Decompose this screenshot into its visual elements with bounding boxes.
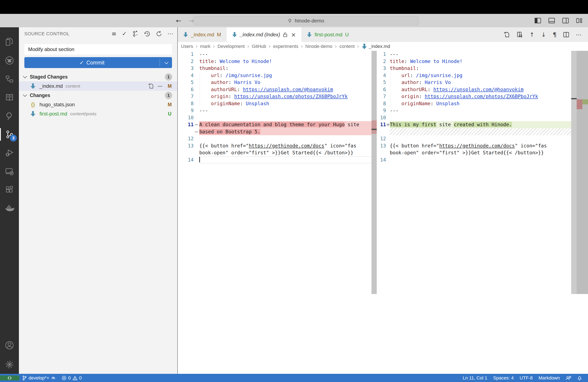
language-mode-item[interactable]: Markdown (536, 375, 563, 381)
sidebar-item-docker[interactable] (0, 199, 19, 218)
changes-group-header[interactable]: Changes1 (19, 91, 177, 100)
right-scrollbar[interactable] (571, 51, 577, 294)
sidebar-item-explorer[interactable] (0, 33, 19, 51)
code-line[interactable]: 4 url: /img/sunrise.jpg (377, 72, 588, 79)
sidebar-item-run-debug[interactable] (0, 144, 19, 162)
line-gutter: 13 (178, 142, 199, 149)
remote-indicator[interactable] (0, 376, 19, 381)
history-icon[interactable] (144, 31, 150, 37)
code-line[interactable]: book-open" order="first" >}}Get Started{… (377, 149, 588, 156)
toggle-sidebar-icon[interactable] (535, 18, 541, 23)
open-file-icon[interactable] (503, 31, 510, 38)
sidebar-item-source-control[interactable]: 3 (0, 125, 19, 144)
code-line[interactable] (377, 128, 588, 135)
code-line[interactable]: 7 origin: https://unsplash.com/photos/ZX… (178, 93, 377, 100)
sidebar-item-project-hierarchy[interactable] (0, 70, 19, 88)
settings-button[interactable] (0, 355, 19, 374)
code-line[interactable]: 11−A clean documentation and blog theme … (178, 121, 377, 128)
graph-icon[interactable] (132, 31, 139, 37)
diff-original-pane[interactable]: 1---2title: Welcome to Hinode!3thumbnail… (178, 51, 377, 374)
view-options-icon[interactable]: ≡ (111, 31, 116, 37)
changes-group-header[interactable]: Staged Changes1 (19, 72, 177, 82)
code-line[interactable]: 11+This is my first site created with Hi… (377, 121, 588, 128)
code-line[interactable]: 9--- (178, 107, 377, 114)
commit-action-icon[interactable]: ✓ (122, 31, 127, 37)
code-line[interactable]: 2title: Welcome to Hinode! (178, 58, 377, 65)
code-line[interactable]: 7 origin: https://unsplash.com/photos/ZX… (377, 93, 588, 100)
scm-file-row[interactable]: _index.mdcontent—M (19, 82, 177, 91)
code-line[interactable]: 3thumbnail: (377, 65, 588, 72)
breadcrumb-item[interactable]: experiments (273, 44, 298, 49)
whitespace-icon[interactable]: ¶ (553, 31, 556, 38)
command-center-search[interactable]: hinode-demo (193, 16, 419, 25)
breadcrumb-item[interactable]: mark (200, 44, 210, 49)
code-line[interactable]: 4 url: /img/sunrise.jpg (178, 72, 377, 79)
code-line[interactable]: 5 author: Harris Vo (377, 79, 588, 86)
account-button[interactable] (0, 337, 19, 355)
code-line[interactable]: 6 authorURL: https://unsplash.com/@hoanv… (377, 86, 588, 93)
code-line[interactable]: 8 originName: Unsplash (178, 100, 377, 107)
problems-status-item[interactable]: 0 0 (59, 375, 85, 381)
toggle-secondary-sidebar-icon[interactable] (562, 18, 569, 23)
breadcrumb-item[interactable]: Development (218, 44, 245, 49)
toggle-panel-icon[interactable] (548, 18, 555, 23)
more-actions-icon[interactable]: ⋯ (576, 31, 582, 38)
open-file-icon[interactable] (148, 83, 154, 89)
code-line[interactable]: 14 (178, 156, 377, 164)
commit-dropdown-button[interactable] (160, 61, 172, 64)
open-file-icon[interactable] (148, 83, 154, 89)
feedback-button[interactable] (563, 376, 574, 381)
branch-status-item[interactable]: develop*+ (19, 375, 59, 381)
customize-layout-icon[interactable] (576, 18, 583, 23)
code-line[interactable]: 3thumbnail: (178, 65, 377, 72)
sidebar-item-remote-explorer[interactable] (0, 162, 19, 181)
next-change-icon[interactable]: ↓ (541, 31, 546, 38)
indentation-item[interactable]: Spaces: 4 (490, 375, 517, 381)
sidebar-item-docs[interactable] (0, 88, 19, 107)
code-line[interactable]: 1--- (178, 51, 377, 58)
notifications-button[interactable] (574, 376, 585, 381)
code-line[interactable]: 9--- (377, 107, 588, 114)
breadcrumb-item[interactable]: hinode-demo (305, 44, 332, 49)
close-icon[interactable]: × (291, 31, 296, 38)
refresh-icon[interactable] (156, 31, 162, 37)
sidebar-item-github[interactable] (0, 51, 19, 70)
code-line[interactable]: 13{{< button href="https://gethinode.com… (178, 142, 377, 149)
previous-change-icon[interactable]: ↑ (529, 31, 534, 38)
code-line[interactable]: book-open" order="first" >}}Get Started{… (178, 149, 377, 156)
sidebar-item-search[interactable] (0, 107, 19, 125)
code-line[interactable]: 14 (377, 156, 588, 164)
scm-file-row[interactable]: {}hugo_stats.jsonM (19, 100, 177, 109)
code-line[interactable]: 1--- (377, 51, 588, 58)
code-line[interactable]: 12 (377, 135, 588, 142)
breadcrumb-file[interactable]: _index.md (362, 43, 390, 49)
code-line[interactable]: 8 originName: Unsplash (377, 100, 588, 107)
tab-first-post-md[interactable]: first-post.md U (301, 27, 354, 42)
breadcrumb-item[interactable]: Users (181, 44, 193, 49)
unstage-icon[interactable]: — (158, 83, 163, 89)
commit-message-input[interactable] (24, 44, 172, 55)
commit-button[interactable]: ✓ Commit (24, 57, 172, 68)
code-line[interactable]: 10 (178, 114, 377, 121)
code-line[interactable]: 2title: Welcome to Hinode! (377, 58, 588, 65)
code-line[interactable]: 5 author: Harris Vo (178, 79, 377, 86)
sidebar-item-extensions[interactable] (0, 181, 19, 199)
tab-index-md-diff[interactable]: _index.md (Index) × (227, 27, 302, 42)
code-line[interactable]: 10 (377, 114, 588, 121)
scm-file-row[interactable]: first-post.mdcontent/postsU (19, 109, 177, 118)
code-line[interactable]: 6 authorURL: https://unsplash.com/@hoanv… (178, 86, 377, 93)
code-line[interactable]: 13{{< button href="https://gethinode.com… (377, 142, 588, 149)
split-editor-icon[interactable] (563, 32, 569, 37)
code-line[interactable]: 12 (178, 135, 377, 142)
encoding-item[interactable]: UTF-8 (517, 375, 536, 381)
left-scrollbar[interactable] (372, 51, 377, 294)
code-line[interactable]: −based on Bootstrap 5. (178, 128, 377, 135)
inline-view-icon[interactable] (516, 31, 523, 38)
history-back-button[interactable]: ← (176, 17, 181, 24)
breadcrumb-item[interactable]: GitHub (252, 44, 266, 49)
breadcrumb-item[interactable]: content (339, 44, 355, 49)
tab-index-md[interactable]: _index.md M (178, 27, 227, 42)
more-actions-icon[interactable]: ⋯ (168, 31, 173, 37)
cursor-position-item[interactable]: Ln 11, Col 1 (460, 375, 490, 381)
diff-modified-pane[interactable]: 1---2title: Welcome to Hinode!3thumbnail… (377, 51, 588, 374)
